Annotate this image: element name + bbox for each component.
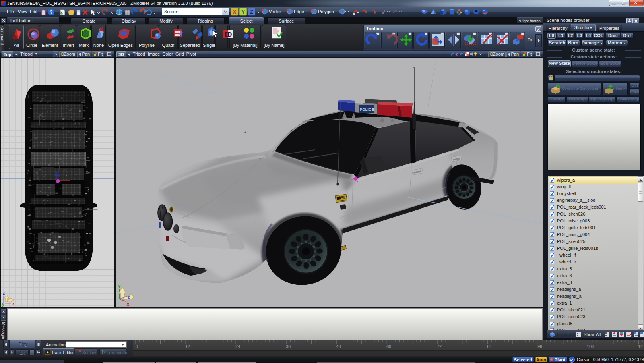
svg-text:Edge: Edge	[294, 9, 304, 14]
svg-text:z: z	[128, 295, 130, 299]
svg-text:POLICE: POLICE	[360, 107, 374, 112]
svg-text:z: z	[3, 291, 5, 295]
svg-text:ID: ID	[225, 31, 232, 38]
svg-text:Z: Z	[250, 9, 253, 15]
svg-text:Show All: Show All	[584, 332, 601, 337]
svg-text:X: X	[126, 302, 130, 307]
svg-text:x: x	[12, 301, 15, 306]
svg-text:?: ?	[50, 10, 53, 15]
svg-text:Y: Y	[118, 284, 121, 290]
svg-text:X: X	[233, 9, 237, 15]
svg-text:y: y	[2, 302, 4, 307]
svg-text:Isolated: Isolated	[557, 332, 574, 337]
svg-text:Polygon: Polygon	[318, 9, 334, 14]
svg-text:Vertex: Vertex	[269, 9, 282, 14]
svg-text:Y: Y	[242, 9, 245, 15]
